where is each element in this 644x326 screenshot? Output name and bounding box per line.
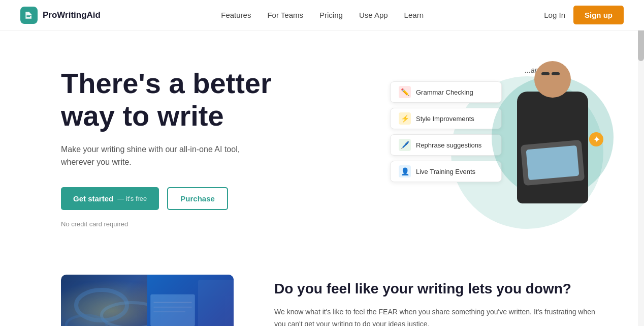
hero-illustration: ...and more! ✏️ Grammar Checking ⚡ Style… [390,61,603,234]
navbar: ProWritingAid Features For Teams Pricing… [0,0,644,31]
get-started-button[interactable]: Get started — it's free [61,187,159,210]
hero-buttons: Get started — it's free Purchase [61,187,272,210]
notebook-image [147,275,234,326]
hero-subtitle: Make your writing shine with our all-in-… [61,143,254,169]
grammar-icon: ✏️ [399,86,411,98]
signup-button[interactable]: Sign up [573,6,624,24]
bottom-description: We know what it's like to feel the FEAR … [274,306,603,326]
feature-card-rephrase: 🖊️ Rephrase suggestions [390,134,502,156]
hero-title: There's a better way to write [61,67,272,133]
person-illustration: ✦ [507,61,598,224]
hero-note: No credit card required [61,220,272,228]
style-label: Style Improvements [416,115,474,123]
style-icon: ⚡ [399,112,411,125]
feature-card-training: 👤 Live Training Events [390,161,502,182]
rephrase-icon: 🖊️ [399,139,411,151]
training-icon: 👤 [399,165,411,177]
nav-links: Features For Teams Pricing Use App Learn [221,11,424,20]
bottom-question: Do you feel like your writing lets you d… [274,280,603,298]
nav-for-teams[interactable]: For Teams [267,11,303,19]
login-link[interactable]: Log In [544,11,565,19]
purchase-button[interactable]: Purchase [167,187,228,210]
logo-icon [20,7,38,24]
nav-learn[interactable]: Learn [404,11,424,19]
scrollbar-track[interactable] [638,0,644,326]
feature-cards: ✏️ Grammar Checking ⚡ Style Improvements… [390,81,502,182]
bottom-section: My idea in my head Do you feel like your… [0,254,644,326]
training-label: Live Training Events [416,168,475,175]
nav-actions: Log In Sign up [544,6,624,24]
rephrase-label: Rephrase suggestions [416,141,481,149]
brand-logo[interactable]: ProWritingAid [20,7,101,24]
nav-features[interactable]: Features [221,11,251,19]
hero-left: There's a better way to write Make your … [61,67,272,228]
bottom-image-container: My idea in my head [61,275,234,326]
hero-section: There's a better way to write Make your … [0,31,644,254]
nav-use-app[interactable]: Use App [359,11,388,19]
feature-card-style: ⚡ Style Improvements [390,108,502,129]
grammar-label: Grammar Checking [416,88,473,96]
feature-card-grammar: ✏️ Grammar Checking [390,81,502,103]
nav-pricing[interactable]: Pricing [319,11,343,19]
svg-rect-7 [150,294,195,326]
brand-name: ProWritingAid [43,10,101,20]
bottom-text: Do you feel like your writing lets you d… [274,275,603,326]
